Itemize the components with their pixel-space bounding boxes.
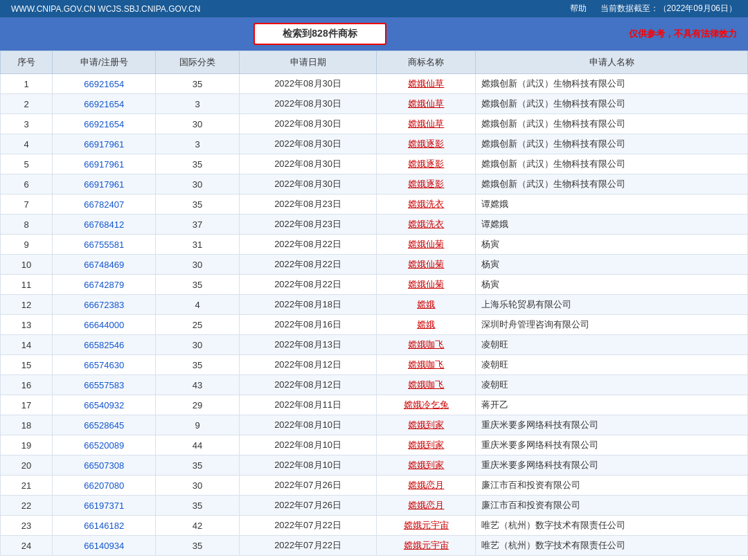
cell-reg[interactable]: 66528645 — [53, 415, 156, 435]
cell-cls: 42 — [156, 516, 239, 536]
cell-reg[interactable]: 66672383 — [53, 295, 156, 315]
table-row: 1066748469302022年08月22日嫦娥仙菊杨寅 — [1, 255, 748, 275]
cell-trademark-name[interactable]: 嫦娥洗衣 — [377, 215, 476, 235]
cell-cls: 29 — [156, 395, 239, 415]
col-name: 商标名称 — [377, 51, 476, 74]
cell-reg[interactable]: 66742879 — [53, 275, 156, 295]
cell-reg[interactable]: 66582546 — [53, 335, 156, 355]
cell-seq: 3 — [1, 114, 53, 134]
cell-trademark-name[interactable]: 嫦娥到家 — [377, 415, 476, 435]
cell-seq: 7 — [1, 195, 53, 215]
cell-trademark-name[interactable]: 嫦娥逐影 — [377, 134, 476, 154]
data-date: 当前数据截至：（2022年09月06日） — [600, 3, 737, 15]
cell-trademark-name[interactable]: 嫦娥恋月 — [377, 476, 476, 496]
cell-reg[interactable]: 66207080 — [53, 476, 156, 496]
cell-seq: 6 — [1, 174, 53, 195]
cell-seq: 24 — [1, 536, 53, 556]
cell-cls: 35 — [156, 154, 239, 174]
cell-reg[interactable]: 66917961 — [53, 154, 156, 174]
cell-cls: 30 — [156, 174, 239, 195]
table-row: 26692165432022年08月30日嫦娥仙草嫦娥创新（武汉）生物科技有限公… — [1, 94, 748, 114]
cell-trademark-name[interactable]: 嫦娥仙菊 — [377, 235, 476, 255]
col-seq: 序号 — [1, 51, 53, 74]
cell-trademark-name[interactable]: 嫦娥 — [377, 295, 476, 315]
cell-trademark-name[interactable]: 嫦娥仙菊 — [377, 275, 476, 295]
help-link[interactable]: 帮助 — [570, 3, 587, 15]
table-row: 1566574630352022年08月12日嫦娥咖飞凌朝旺 — [1, 355, 748, 375]
cell-applicant: 唯艺（杭州）数字技术有限责任公司 — [476, 536, 748, 556]
cell-cls: 44 — [156, 435, 239, 455]
result-badge: 检索到828件商标 — [253, 23, 386, 45]
cell-date: 2022年08月22日 — [239, 235, 377, 255]
cell-seq: 4 — [1, 134, 53, 154]
table-row: 166921654352022年08月30日嫦娥仙草嫦娥创新（武汉）生物科技有限… — [1, 74, 748, 94]
cell-applicant: 杨寅 — [476, 255, 748, 275]
table-row: 366921654302022年08月30日嫦娥仙草嫦娥创新（武汉）生物科技有限… — [1, 114, 748, 134]
cell-applicant: 凌朝旺 — [476, 355, 748, 375]
cell-date: 2022年08月11日 — [239, 395, 377, 415]
cell-reg[interactable]: 66917961 — [53, 134, 156, 154]
table-row: 666917961302022年08月30日嫦娥逐影嫦娥创新（武汉）生物科技有限… — [1, 174, 748, 195]
cell-reg[interactable]: 66557583 — [53, 375, 156, 395]
cell-trademark-name[interactable]: 嫦娥元宇宙 — [377, 536, 476, 556]
cell-trademark-name[interactable]: 嫦娥仙草 — [377, 74, 476, 94]
cell-trademark-name[interactable]: 嫦娥到家 — [377, 455, 476, 476]
cell-trademark-name[interactable]: 嫦娥仙菊 — [377, 255, 476, 275]
cell-cls: 3 — [156, 94, 239, 114]
table-row: 2466140934352022年07月22日嫦娥元宇宙唯艺（杭州）数字技术有限… — [1, 536, 748, 556]
cell-trademark-name[interactable]: 嫦娥洗衣 — [377, 195, 476, 215]
cell-cls: 43 — [156, 375, 239, 395]
cell-trademark-name[interactable]: 嫦娥逐影 — [377, 174, 476, 195]
table-row: 766782407352022年08月23日嫦娥洗衣谭嫦娥 — [1, 195, 748, 215]
cell-trademark-name[interactable]: 嫦娥到家 — [377, 435, 476, 455]
cell-reg[interactable]: 66755581 — [53, 235, 156, 255]
cell-reg[interactable]: 66197371 — [53, 496, 156, 516]
cell-trademark-name[interactable]: 嫦娥咖飞 — [377, 375, 476, 395]
cell-reg[interactable]: 66782407 — [53, 195, 156, 215]
cell-reg[interactable]: 66768412 — [53, 215, 156, 235]
table-row: 186652864592022年08月10日嫦娥到家重庆米要多网络科技有限公司 — [1, 415, 748, 435]
cell-trademark-name[interactable]: 嫦娥冷乞兔 — [377, 395, 476, 415]
cell-cls: 35 — [156, 74, 239, 94]
cell-trademark-name[interactable]: 嫦娥咖飞 — [377, 335, 476, 355]
cell-trademark-name[interactable]: 嫦娥仙草 — [377, 114, 476, 134]
cell-seq: 5 — [1, 154, 53, 174]
cell-date: 2022年07月26日 — [239, 496, 377, 516]
cell-cls: 35 — [156, 355, 239, 375]
table-row: 1366644000252022年08月16日嫦娥深圳时舟管理咨询有限公司 — [1, 315, 748, 335]
cell-reg[interactable]: 66644000 — [53, 315, 156, 335]
cell-reg[interactable]: 66921654 — [53, 94, 156, 114]
cell-trademark-name[interactable]: 嫦娥恋月 — [377, 496, 476, 516]
cell-reg[interactable]: 66520089 — [53, 435, 156, 455]
cell-applicant: 廉江市百和投资有限公司 — [476, 496, 748, 516]
cell-reg[interactable]: 66921654 — [53, 74, 156, 94]
cell-seq: 15 — [1, 355, 53, 375]
cell-date: 2022年08月18日 — [239, 295, 377, 315]
cell-seq: 18 — [1, 415, 53, 435]
cell-trademark-name[interactable]: 嫦娥咖飞 — [377, 355, 476, 375]
cell-reg[interactable]: 66146182 — [53, 516, 156, 536]
cell-reg[interactable]: 66921654 — [53, 114, 156, 134]
cell-date: 2022年08月30日 — [239, 114, 377, 134]
cell-cls: 35 — [156, 455, 239, 476]
cell-applicant: 重庆米要多网络科技有限公司 — [476, 415, 748, 435]
cell-applicant: 凌朝旺 — [476, 335, 748, 355]
cell-reg[interactable]: 66917961 — [53, 174, 156, 195]
disclaimer: 仅供参考，不具有法律效力 — [629, 28, 737, 40]
cell-applicant: 谭嫦娥 — [476, 195, 748, 215]
cell-applicant: 深圳时舟管理咨询有限公司 — [476, 315, 748, 335]
cell-reg[interactable]: 66574630 — [53, 355, 156, 375]
cell-reg[interactable]: 66507308 — [53, 455, 156, 476]
table-row: 46691796132022年08月30日嫦娥逐影嫦娥创新（武汉）生物科技有限公… — [1, 134, 748, 154]
cell-reg[interactable]: 66140934 — [53, 536, 156, 556]
cell-reg[interactable]: 66540932 — [53, 395, 156, 415]
cell-trademark-name[interactable]: 嫦娥仙草 — [377, 94, 476, 114]
cell-trademark-name[interactable]: 嫦娥逐影 — [377, 154, 476, 174]
cell-trademark-name[interactable]: 嫦娥 — [377, 315, 476, 335]
cell-trademark-name[interactable]: 嫦娥元宇宙 — [377, 516, 476, 536]
site-url: WWW.CNIPA.GOV.CN WCJS.SBJ.CNIPA.GOV.CN — [11, 4, 200, 14]
cell-cls: 9 — [156, 415, 239, 435]
cell-applicant: 重庆米要多网络科技有限公司 — [476, 435, 748, 455]
cell-reg[interactable]: 66748469 — [53, 255, 156, 275]
cell-seq: 16 — [1, 375, 53, 395]
